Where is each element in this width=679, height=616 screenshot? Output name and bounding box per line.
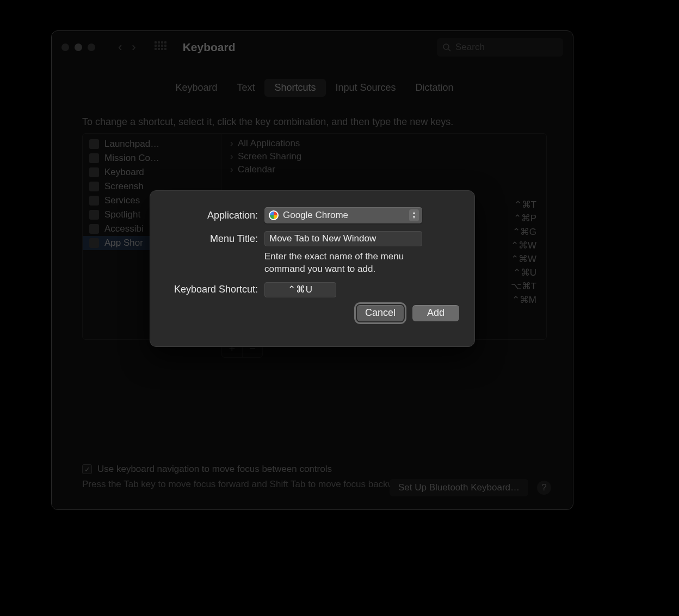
footer-row: Set Up Bluetooth Keyboard… ?: [390, 479, 551, 496]
back-button[interactable]: ‹: [118, 40, 122, 54]
keyboard-nav-label: Use keyboard navigation to move focus be…: [97, 464, 332, 475]
add-shortcut-sheet: Application: Google Chrome ▲▼ Menu Title…: [150, 190, 475, 347]
chevron-right-icon: ›: [230, 138, 238, 149]
minimize-window-button[interactable]: [75, 43, 82, 51]
keyboard-shortcut-input[interactable]: ⌃⌘U: [264, 282, 336, 297]
tab-shortcuts[interactable]: Shortcuts: [264, 79, 325, 97]
close-window-button[interactable]: [61, 43, 69, 51]
shortcut-key: ⌃⌘P: [511, 213, 536, 224]
shortcut-key: ⌃⌘W: [511, 240, 536, 251]
nav-arrows: ‹ ›: [118, 40, 136, 54]
window-title: Keyboard: [183, 41, 236, 54]
application-dropdown[interactable]: Google Chrome ▲▼: [264, 207, 422, 223]
list-row[interactable]: ›All Applications: [221, 137, 546, 150]
shortcut-key: ⌃⌘T: [511, 199, 536, 210]
svg-point-0: [443, 44, 449, 49]
keyboard-nav-row: ✓ Use keyboard navigation to move focus …: [82, 464, 547, 475]
shortcut-key: ⌥⌘T: [511, 281, 536, 292]
forward-button[interactable]: ›: [132, 40, 135, 54]
launchpad-icon: [89, 139, 99, 149]
tab-input-sources[interactable]: Input Sources: [326, 79, 406, 97]
search-icon: [442, 43, 451, 52]
titlebar: ‹ › Keyboard Search: [52, 31, 573, 64]
shortcut-column: ⌃⌘T ⌃⌘P ⌃⌘G ⌃⌘W ⌃⌘W ⌃⌘U ⌥⌘T ⌃⌘M: [511, 199, 536, 306]
shortcut-key: ⌃⌘M: [511, 294, 536, 306]
cancel-button[interactable]: Cancel: [357, 305, 404, 321]
menu-title-input[interactable]: Move Tab to New Window: [264, 231, 422, 246]
screenshots-icon: [89, 182, 99, 191]
tab-dictation[interactable]: Dictation: [406, 79, 464, 97]
add-button[interactable]: Add: [412, 305, 459, 321]
list-row[interactable]: ›Screen Sharing: [221, 150, 546, 163]
svg-line-1: [448, 49, 450, 51]
dropdown-caret-icon: ▲▼: [409, 209, 419, 221]
services-icon: [89, 196, 99, 206]
application-label: Application:: [165, 210, 264, 221]
search-field[interactable]: Search: [437, 38, 563, 57]
window-controls: [61, 43, 95, 51]
sidebar-item-mission-control[interactable]: Mission Co…: [83, 151, 221, 165]
sheet-button-row: Cancel Add: [165, 305, 459, 321]
menu-title-label: Menu Title:: [165, 233, 264, 245]
shortcut-key: ⌃⌘W: [511, 253, 536, 265]
tab-keyboard[interactable]: Keyboard: [165, 79, 227, 97]
keyboard-shortcut-label: Keyboard Shortcut:: [165, 284, 264, 295]
application-value: Google Chrome: [283, 210, 348, 221]
menu-title-helper: Enter the exact name of the menu command…: [264, 251, 428, 276]
tab-text[interactable]: Text: [227, 79, 264, 97]
instruction-text: To change a shortcut, select it, click t…: [82, 116, 547, 128]
prefs-tabs: Keyboard Text Shortcuts Input Sources Di…: [82, 79, 547, 97]
chrome-icon: [269, 210, 279, 220]
show-all-icon[interactable]: [155, 41, 166, 53]
shortcut-key: ⌃⌘U: [511, 267, 536, 278]
help-button[interactable]: ?: [537, 481, 551, 495]
zoom-window-button[interactable]: [88, 43, 95, 51]
chevron-right-icon: ›: [230, 151, 238, 162]
accessibility-icon: [89, 224, 99, 234]
mission-control-icon: [89, 153, 99, 163]
search-placeholder: Search: [455, 42, 485, 53]
sidebar-item-launchpad[interactable]: Launchpad…: [83, 137, 221, 151]
spotlight-icon: [89, 210, 99, 220]
keyboard-nav-checkbox[interactable]: ✓: [82, 464, 92, 474]
chevron-right-icon: ›: [230, 164, 238, 175]
app-shortcuts-icon: [89, 238, 99, 248]
sidebar-item-keyboard[interactable]: Keyboard: [83, 165, 221, 179]
bluetooth-keyboard-button[interactable]: Set Up Bluetooth Keyboard…: [390, 479, 528, 496]
shortcut-key: ⌃⌘G: [511, 226, 536, 238]
keyboard-icon: [89, 167, 99, 177]
list-row[interactable]: ›Calendar: [221, 163, 546, 176]
